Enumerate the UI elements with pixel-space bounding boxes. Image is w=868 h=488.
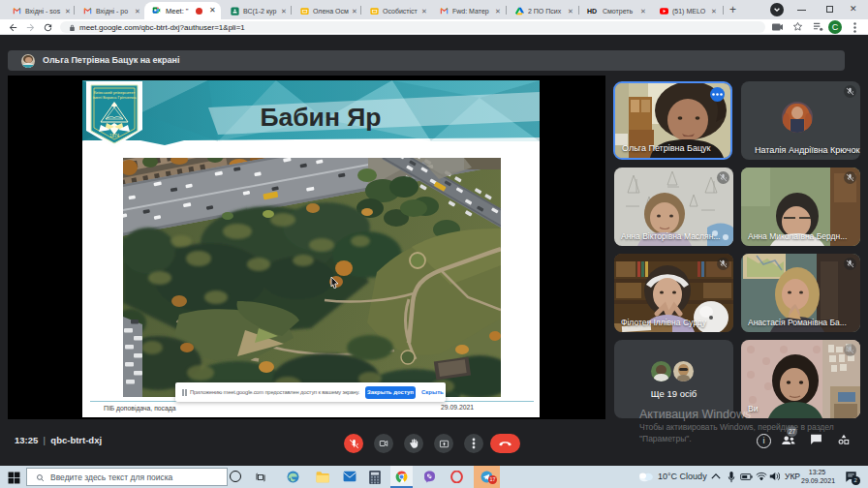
svg-text:імені Бориса Грінченка: імені Бориса Грінченка (93, 95, 137, 100)
svg-text:Бабин Яр: Бабин Яр (260, 103, 381, 132)
svg-text:1874: 1874 (109, 134, 120, 138)
